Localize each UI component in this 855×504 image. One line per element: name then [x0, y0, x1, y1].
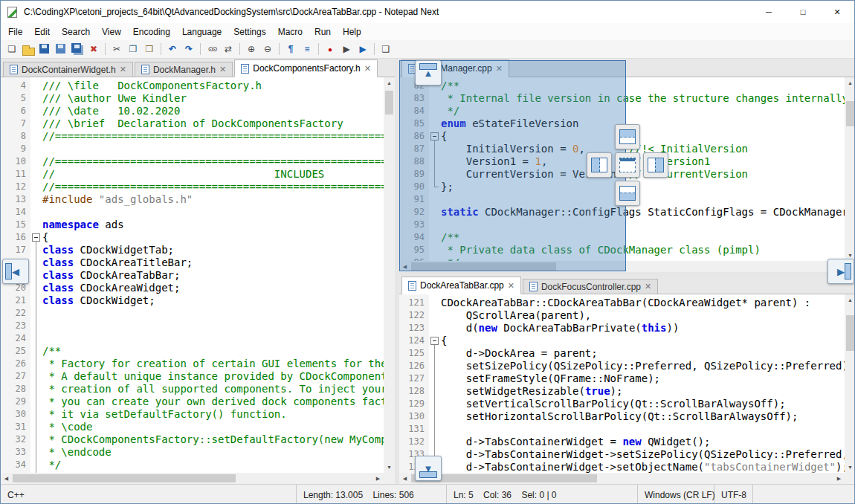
dock-window-glyph: [591, 158, 607, 172]
code-line: 30 * it via setDefaultFactory() function…: [1, 408, 384, 421]
status-cursor-position: Ln: 5 Col: 36 Sel: 0 | 0: [447, 485, 638, 504]
window-icon[interactable]: ❑: [378, 42, 393, 56]
menu-view[interactable]: View: [96, 25, 127, 39]
vertical-scrollbar[interactable]: ▲ ▼: [845, 294, 855, 473]
drop-indicator-left[interactable]: [587, 152, 612, 178]
menu-search[interactable]: Search: [56, 25, 96, 39]
code-line: 13#include "ads_globals.h": [1, 193, 384, 206]
editor-dockareatabbar[interactable]: 121CDockAreaTabBar::CDockAreaTabBar(CDoc…: [399, 294, 845, 473]
dock-area-bottom-right: DockAreaTabBar.cpp ✕ DockFocusController…: [399, 276, 855, 484]
scrollbar-thumb[interactable]: [13, 474, 236, 482]
menu-settings[interactable]: Settings: [228, 25, 271, 39]
scroll-down-icon[interactable]: ▼: [384, 462, 395, 473]
toolbar: ❏ ✖ ✂ ❐ ❒ ↶ ↷ ⊙⊙ ⇄ ⊕ ⊖ ¶ ≡ ● ▶ ▶ ❑: [1, 40, 854, 59]
horizontal-scrollbar[interactable]: ◀ ▶: [399, 473, 845, 484]
scroll-up-icon[interactable]: ▲: [384, 77, 395, 88]
code-line: 133 d->TabsContainerWidget->setSizePolic…: [399, 448, 845, 461]
scroll-left-icon[interactable]: ◀: [1, 473, 12, 484]
arrow-down-icon: ▼: [424, 464, 433, 474]
tab-close-icon[interactable]: ✕: [508, 282, 514, 290]
drop-indicator-edge-left[interactable]: ◀: [2, 259, 29, 284]
find-icon[interactable]: ⊙⊙: [204, 42, 219, 56]
code-line: 29 * you can create your own derived doc…: [1, 395, 384, 408]
scroll-right-icon[interactable]: ▶: [372, 473, 384, 484]
scrollbar-thumb[interactable]: [385, 91, 393, 114]
tab-close-icon[interactable]: ✕: [364, 65, 371, 73]
code-line: 126 setSizePolicy(QSizePolicy::Preferred…: [399, 360, 845, 372]
code-line: 132 d->TabsContainerWidget = new QWidget…: [399, 436, 845, 448]
tab-close-icon[interactable]: ✕: [219, 65, 226, 74]
document-icon: [141, 65, 149, 74]
status-eol-format[interactable]: Windows (CR LF): [638, 485, 714, 504]
scroll-down-icon[interactable]: ▼: [845, 462, 855, 473]
copy-icon[interactable]: ❐: [126, 42, 141, 56]
code-line: 34 */: [1, 459, 384, 471]
app-icon: [7, 7, 17, 18]
zoom-out-icon[interactable]: ⊖: [260, 42, 275, 56]
record-macro-icon[interactable]: ●: [323, 42, 338, 56]
scroll-up-icon[interactable]: ▲: [845, 77, 855, 88]
replace-icon[interactable]: ⇄: [221, 42, 236, 56]
menu-edit[interactable]: Edit: [28, 25, 56, 39]
run-macro-multiple-icon[interactable]: ▶: [355, 42, 370, 56]
cut-icon[interactable]: ✂: [109, 42, 124, 56]
tab-dockfocuscontroller-cpp[interactable]: DockFocusController.cpp ✕: [523, 279, 658, 294]
drop-indicator-edge-top[interactable]: ▲: [415, 60, 442, 85]
new-file-icon[interactable]: ❏: [4, 42, 19, 56]
scroll-right-icon[interactable]: ▶: [833, 473, 845, 484]
maximize-button[interactable]: □: [786, 1, 820, 23]
menu-file[interactable]: File: [2, 25, 28, 39]
close-file-icon[interactable]: ✖: [86, 42, 101, 56]
horizontal-scrollbar[interactable]: ◀ ▶: [1, 473, 384, 484]
menu-macro[interactable]: Macro: [272, 25, 309, 39]
open-file-icon[interactable]: [21, 42, 36, 56]
save-icon[interactable]: [37, 42, 52, 56]
menu-encoding[interactable]: Encoding: [127, 25, 176, 39]
arrow-up-icon: ▲: [424, 68, 433, 78]
drop-indicator-edge-right[interactable]: ▶: [827, 259, 854, 284]
vertical-scrollbar[interactable]: ▲ ▼: [384, 77, 395, 473]
scrollbar-thumb[interactable]: [846, 101, 854, 126]
play-macro-icon[interactable]: ▶: [339, 42, 354, 56]
code-line: 14: [1, 206, 384, 219]
tab-label: DockManager.h: [153, 65, 216, 75]
paste-icon[interactable]: ❒: [142, 42, 157, 56]
drop-indicator-top[interactable]: [615, 124, 640, 149]
show-all-characters-icon[interactable]: ¶: [283, 42, 298, 56]
menu-language[interactable]: Language: [176, 25, 228, 39]
drop-indicator-right[interactable]: [643, 152, 668, 178]
toolbar-separator: [200, 43, 201, 55]
tab-dockmanager-h[interactable]: DockManager.h ✕: [135, 62, 233, 77]
save-all-icon[interactable]: [70, 42, 85, 56]
tab-close-icon[interactable]: ✕: [645, 282, 651, 291]
tab-label: DockContainerWidget.h: [22, 65, 116, 75]
dock-window-glyph: [619, 158, 636, 172]
status-language[interactable]: C++: [1, 485, 297, 504]
tab-dockcomponentsfactory-h[interactable]: DockComponentsFactory.h ✕: [234, 59, 378, 77]
drop-indicator-edge-bottom[interactable]: ▼: [415, 456, 442, 481]
redo-icon[interactable]: ↷: [181, 42, 196, 56]
code-line: 11// INCLUDES: [1, 168, 384, 181]
drop-indicator-bottom[interactable]: [615, 181, 640, 206]
menu-run[interactable]: Run: [309, 25, 337, 39]
status-encoding[interactable]: UTF-8: [714, 485, 753, 504]
code-line: 16{: [1, 231, 384, 244]
tab-close-icon[interactable]: ✕: [120, 65, 126, 74]
drop-indicator-center[interactable]: [615, 152, 640, 178]
code-line: 33 * \endcode: [1, 446, 384, 459]
save-copy-icon[interactable]: [54, 42, 68, 56]
zoom-in-icon[interactable]: ⊕: [244, 42, 259, 56]
tab-dockcontainerwidget-h[interactable]: DockContainerWidget.h ✕: [3, 62, 133, 77]
minimize-button[interactable]: ─: [752, 1, 786, 23]
scrollbar-thumb[interactable]: [846, 315, 854, 351]
scroll-left-icon[interactable]: ◀: [399, 473, 410, 484]
editor-dockcomponentsfactory[interactable]: 4/// \file DockComponentsFactory.h5/// \…: [1, 77, 384, 473]
menu-help[interactable]: Help: [337, 25, 367, 39]
vertical-scrollbar[interactable]: ▲ ▼: [845, 77, 855, 261]
scroll-up-icon[interactable]: ▲: [845, 294, 855, 306]
line-numbers-icon[interactable]: ≡: [300, 42, 314, 56]
close-button[interactable]: ✕: [820, 1, 854, 23]
toolbar-separator: [239, 43, 240, 55]
undo-icon[interactable]: ↶: [165, 42, 180, 56]
tab-dockareatabbar-cpp[interactable]: DockAreaTabBar.cpp ✕: [401, 277, 521, 294]
